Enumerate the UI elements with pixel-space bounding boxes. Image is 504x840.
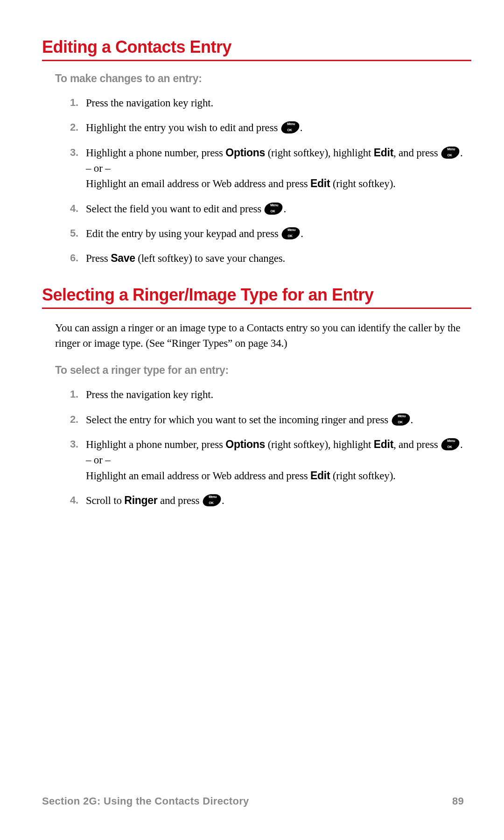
step-body: Highlight a phone number, press Options … bbox=[86, 437, 471, 483]
step-text: Select the field you want to edit and pr… bbox=[86, 203, 264, 215]
page-number: 89 bbox=[452, 795, 464, 807]
step-number: 3. bbox=[64, 145, 86, 160]
step-number: 6. bbox=[64, 251, 86, 266]
subheading-ringer: To select a ringer type for an entry: bbox=[55, 364, 471, 377]
bold-label: Edit bbox=[310, 177, 330, 189]
list-item: 1. Press the navigation key right. bbox=[64, 95, 471, 111]
bold-label: Edit bbox=[374, 438, 393, 450]
list-item: 5. Edit the entry by using your keypad a… bbox=[64, 226, 471, 241]
step-number: 2. bbox=[64, 120, 86, 135]
step-text: and press bbox=[157, 495, 202, 506]
step-number: 4. bbox=[64, 201, 86, 216]
bold-label: Save bbox=[111, 252, 135, 264]
step-text: (left softkey) to save your changes. bbox=[135, 252, 286, 264]
or-separator: – or – bbox=[86, 452, 471, 468]
bold-label: Ringer bbox=[124, 494, 157, 506]
step-text: Select the entry for which you want to s… bbox=[86, 414, 391, 426]
menu-ok-icon bbox=[440, 147, 461, 159]
bold-label: Edit bbox=[310, 469, 330, 482]
step-text: . bbox=[460, 147, 463, 159]
step-body: Select the field you want to edit and pr… bbox=[86, 201, 471, 217]
list-item: 6. Press Save (left softkey) to save you… bbox=[64, 251, 471, 266]
step-body: Highlight the entry you wish to edit and… bbox=[86, 120, 471, 135]
step-body: Press Save (left softkey) to save your c… bbox=[86, 251, 471, 266]
step-text: . bbox=[300, 122, 303, 133]
step-text: Highlight a phone number, press bbox=[86, 147, 225, 159]
intro-paragraph: You can assign a ringer or an image type… bbox=[55, 320, 471, 351]
step-text: . bbox=[222, 495, 224, 506]
menu-ok-icon bbox=[263, 203, 284, 215]
list-item: 2. Select the entry for which you want t… bbox=[64, 412, 471, 427]
step-text: (right softkey), highlight bbox=[265, 439, 374, 450]
step-text: Highlight an email address or Web addres… bbox=[86, 178, 310, 189]
bold-label: Options bbox=[225, 147, 265, 159]
footer-section-label: Section 2G: Using the Contacts Directory bbox=[42, 795, 249, 807]
or-separator: – or – bbox=[86, 161, 471, 176]
menu-ok-icon bbox=[280, 121, 300, 133]
step-text: Highlight a phone number, press bbox=[86, 439, 225, 450]
step-number: 2. bbox=[64, 412, 86, 427]
steps-edit: 1. Press the navigation key right. 2. Hi… bbox=[64, 95, 471, 266]
step-text: . bbox=[411, 414, 413, 426]
step-text: . bbox=[301, 228, 303, 239]
menu-ok-icon bbox=[280, 227, 301, 239]
step-number: 1. bbox=[64, 95, 86, 110]
step-number: 1. bbox=[64, 387, 86, 402]
heading-edit-contacts: Editing a Contacts Entry bbox=[42, 37, 471, 61]
step-text: (right softkey). bbox=[330, 178, 395, 189]
step-body: Press the navigation key right. bbox=[86, 95, 471, 111]
list-item: 3. Highlight a phone number, press Optio… bbox=[64, 437, 471, 483]
steps-ringer: 1. Press the navigation key right. 2. Se… bbox=[64, 387, 471, 508]
step-text: Press the navigation key right. bbox=[86, 97, 213, 109]
list-item: 2. Highlight the entry you wish to edit … bbox=[64, 120, 471, 135]
page-footer: Section 2G: Using the Contacts Directory… bbox=[42, 795, 464, 807]
step-text: , and press bbox=[393, 147, 441, 159]
list-item: 3. Highlight a phone number, press Optio… bbox=[64, 145, 471, 192]
step-number: 3. bbox=[64, 437, 86, 452]
step-number: 5. bbox=[64, 226, 86, 241]
step-body: Scroll to Ringer and press . bbox=[86, 493, 471, 508]
menu-ok-icon bbox=[202, 494, 222, 506]
step-text: Scroll to bbox=[86, 495, 124, 506]
menu-ok-icon bbox=[390, 413, 411, 426]
step-text: (right softkey). bbox=[330, 470, 395, 482]
heading-ringer-image: Selecting a Ringer/Image Type for an Ent… bbox=[42, 285, 471, 309]
step-text: Highlight an email address or Web addres… bbox=[86, 470, 310, 482]
list-item: 4. Scroll to Ringer and press . bbox=[64, 493, 471, 508]
list-item: 4. Select the field you want to edit and… bbox=[64, 201, 471, 217]
step-text: (right softkey), highlight bbox=[265, 147, 374, 159]
bold-label: Edit bbox=[374, 147, 393, 159]
step-text: Edit the entry by using your keypad and … bbox=[86, 228, 281, 239]
step-text: . bbox=[460, 439, 463, 450]
step-text: Highlight the entry you wish to edit and… bbox=[86, 122, 280, 133]
step-text: , and press bbox=[393, 439, 441, 450]
step-body: Press the navigation key right. bbox=[86, 387, 471, 402]
list-item: 1. Press the navigation key right. bbox=[64, 387, 471, 402]
step-number: 4. bbox=[64, 493, 86, 508]
step-text: Press bbox=[86, 252, 111, 264]
menu-ok-icon bbox=[440, 438, 461, 450]
subheading-edit: To make changes to an entry: bbox=[55, 72, 471, 85]
bold-label: Options bbox=[225, 438, 265, 450]
step-body: Select the entry for which you want to s… bbox=[86, 412, 471, 427]
step-text: . bbox=[283, 203, 286, 215]
step-text: Press the navigation key right. bbox=[86, 389, 213, 400]
step-body: Highlight a phone number, press Options … bbox=[86, 145, 471, 192]
step-body: Edit the entry by using your keypad and … bbox=[86, 226, 471, 241]
